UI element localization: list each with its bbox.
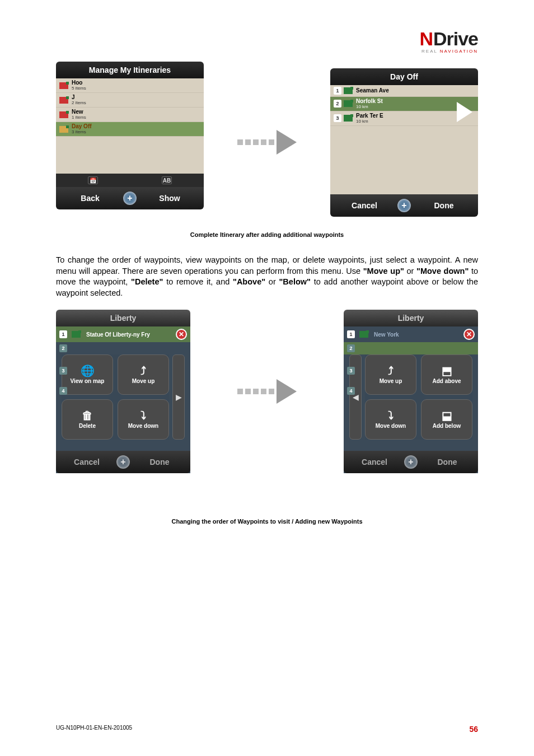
move-down-button[interactable]: ⤵Move down xyxy=(365,399,416,440)
add-below-button[interactable]: ⬓Add below xyxy=(421,399,472,440)
add-button[interactable]: + xyxy=(123,192,137,205)
close-icon[interactable]: ✕ xyxy=(463,329,475,340)
done-button[interactable]: Done xyxy=(134,458,185,466)
move-down-icon: ⤵ xyxy=(388,410,394,421)
sort-date-icon[interactable]: 📅 xyxy=(88,176,98,184)
sort-bar: 📅 AB xyxy=(56,174,204,187)
waypoint-row-selected[interactable]: 2 Norfolk St10 km xyxy=(330,97,478,111)
body-paragraph: To change the order of waypoints, view w… xyxy=(56,255,478,298)
move-down-button[interactable]: ⤵Move down xyxy=(118,399,169,440)
trash-icon: 🗑 xyxy=(82,410,93,421)
flag-icon xyxy=(59,126,68,133)
waypoint-row-selected[interactable]: 2 xyxy=(344,342,478,354)
add-below-icon: ⬓ xyxy=(442,410,452,421)
itinerary-row[interactable]: New1 items xyxy=(56,108,204,122)
show-button[interactable]: Show xyxy=(141,194,198,203)
globe-icon: 🌐 xyxy=(81,365,95,376)
play-icon xyxy=(457,102,472,122)
transition-arrow xyxy=(237,130,297,155)
close-icon[interactable]: ✕ xyxy=(176,329,187,340)
flag-icon xyxy=(344,100,353,107)
header-day-off: Day Off xyxy=(330,68,478,85)
brand-logo: N Drive REAL NAVIGATION xyxy=(419,28,478,54)
move-down-icon: ⤵ xyxy=(140,410,146,421)
device-liberty-left: Liberty 1 Statue Of Liberty-ny Fry ✕ 2 🌐… xyxy=(56,310,190,473)
add-button-disabled: + xyxy=(404,455,418,469)
waypoint-row[interactable]: 1 New York ✕ xyxy=(344,326,478,342)
waypoint-row[interactable]: 1 Seaman Ave xyxy=(330,85,478,97)
move-up-button[interactable]: ⤴Move up xyxy=(365,354,416,395)
transition-arrow xyxy=(237,379,297,404)
add-above-button[interactable]: ⬒Add above xyxy=(421,354,472,395)
cancel-button[interactable]: Cancel xyxy=(62,458,112,466)
delete-button[interactable]: 🗑Delete xyxy=(62,399,113,440)
next-page-arrow[interactable]: ▶ xyxy=(172,354,185,440)
move-up-icon: ⤴ xyxy=(140,365,146,376)
flag-icon xyxy=(359,331,368,338)
view-on-map-button[interactable]: 🌐View on map xyxy=(62,354,113,395)
itinerary-row-selected[interactable]: Day Off3 items xyxy=(56,122,204,137)
itinerary-row[interactable]: Hoo5 items xyxy=(56,78,204,93)
figure2-caption: Changing the order of Waypoints to visit… xyxy=(56,518,478,525)
doc-id: UG-N10PH-01-EN-EN-201005 xyxy=(56,725,132,734)
waypoint-row[interactable]: 2 xyxy=(56,342,190,354)
logo-subtitle: REAL NAVIGATION xyxy=(419,49,478,54)
add-button-disabled: + xyxy=(116,455,130,469)
flag-icon xyxy=(72,331,81,338)
add-button[interactable]: + xyxy=(397,199,411,212)
header-liberty: Liberty xyxy=(344,310,478,326)
waypoint-row-selected[interactable]: 1 Statue Of Liberty-ny Fry ✕ xyxy=(56,326,190,342)
itinerary-row[interactable]: J2 items xyxy=(56,93,204,108)
device-manage-itineraries: Manage My Itineraries Hoo5 items J2 item… xyxy=(56,62,204,223)
flag-icon xyxy=(344,115,353,122)
move-up-button[interactable]: ⤴Move up xyxy=(118,354,169,395)
page-number: 56 xyxy=(469,725,478,734)
sort-alpha-icon[interactable]: AB xyxy=(162,176,172,184)
logo-drive: Drive xyxy=(433,28,478,50)
header-manage: Manage My Itineraries xyxy=(56,62,204,78)
device-liberty-right: Liberty 1 New York ✕ 2 ◀ ⤴Move up ⬒Add a… xyxy=(344,310,478,473)
header-liberty: Liberty xyxy=(56,310,190,326)
pointer-icon xyxy=(120,209,139,223)
cancel-button[interactable]: Cancel xyxy=(336,201,393,210)
waypoint-row[interactable]: 3 Park Ter E10 km xyxy=(330,111,478,126)
back-button[interactable]: Back xyxy=(62,194,119,203)
flag-icon xyxy=(344,87,353,94)
prev-page-arrow[interactable]: ◀ xyxy=(349,354,362,440)
done-button[interactable]: Done xyxy=(415,201,472,210)
add-above-icon: ⬒ xyxy=(442,365,452,376)
figure1-caption: Complete Itinerary after adding addition… xyxy=(56,231,478,238)
move-up-icon: ⤴ xyxy=(388,365,394,376)
flag-icon xyxy=(59,111,68,118)
device-day-off: Day Off 1 Seaman Ave 2 Norfolk St10 km 3 xyxy=(330,68,478,217)
done-button[interactable]: Done xyxy=(422,458,472,466)
cancel-button[interactable]: Cancel xyxy=(349,458,400,466)
logo-n: N xyxy=(419,28,433,50)
flag-icon xyxy=(59,97,68,104)
flag-icon xyxy=(59,82,68,89)
